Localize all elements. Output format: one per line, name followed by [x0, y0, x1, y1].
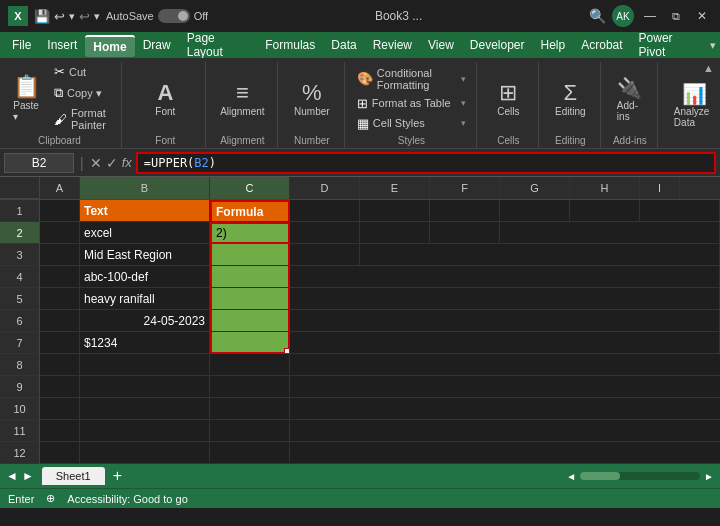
cell-c4[interactable] [210, 266, 290, 288]
cell-styles-button[interactable]: ▦ Cell Styles ▾ [353, 114, 470, 133]
cut-button[interactable]: ✂ Cut [50, 62, 113, 81]
col-header-i[interactable]: I [640, 177, 680, 199]
cell-a1[interactable] [40, 200, 80, 222]
save-icon[interactable]: 💾 [34, 9, 50, 24]
row-header-1[interactable]: 1 [0, 200, 39, 222]
cell-b1[interactable]: Text [80, 200, 210, 222]
menu-developer[interactable]: Developer [462, 35, 533, 55]
font-button[interactable]: A Font [134, 62, 197, 135]
collapse-ribbon-button[interactable]: ▲ [703, 62, 714, 74]
menu-home[interactable]: Home [85, 35, 134, 57]
row-header-10[interactable]: 10 [0, 398, 39, 420]
col-header-f[interactable]: F [430, 177, 500, 199]
add-sheet-button[interactable]: + [113, 467, 122, 485]
cell-i1[interactable] [640, 200, 720, 222]
cell-a7[interactable] [40, 332, 80, 354]
cell-reference-box[interactable] [4, 153, 74, 173]
scroll-bar-right-icon[interactable]: ► [704, 471, 714, 482]
row-header-7[interactable]: 7 [0, 332, 39, 354]
cell-c1[interactable]: Formula [210, 200, 290, 222]
menu-formulas[interactable]: Formulas [257, 35, 323, 55]
analyze-data-button[interactable]: 📊 Analyze Data [668, 62, 720, 148]
col-header-b[interactable]: B [80, 177, 210, 199]
col-header-a[interactable]: A [40, 177, 80, 199]
redo-icon[interactable]: ↩ [79, 9, 90, 24]
cell-d7[interactable] [290, 332, 720, 354]
menu-draw[interactable]: Draw [135, 35, 179, 55]
cell-e1[interactable] [360, 200, 430, 222]
col-header-e[interactable]: E [360, 177, 430, 199]
horizontal-scrollbar-track[interactable] [580, 472, 700, 480]
col-header-d[interactable]: D [290, 177, 360, 199]
cell-e3[interactable] [360, 244, 720, 266]
menu-acrobat[interactable]: Acrobat [573, 35, 630, 55]
user-avatar[interactable]: AK [612, 5, 634, 27]
autosave-toggle[interactable] [158, 9, 190, 23]
cell-c6[interactable] [210, 310, 290, 332]
insert-function-icon[interactable]: fx [122, 155, 132, 170]
menu-insert[interactable]: Insert [39, 35, 85, 55]
row-header-8[interactable]: 8 [0, 354, 39, 376]
cell-b8[interactable] [80, 354, 210, 376]
cell-b5[interactable]: heavy ranifall [80, 288, 210, 310]
menu-file[interactable]: File [4, 35, 39, 55]
search-icon[interactable]: 🔍 [589, 8, 606, 24]
scroll-bar-left-icon[interactable]: ◄ [566, 471, 576, 482]
cell-e2[interactable] [360, 222, 430, 244]
menu-data[interactable]: Data [323, 35, 364, 55]
cell-a8[interactable] [40, 354, 80, 376]
cell-a3[interactable] [40, 244, 80, 266]
cell-c2[interactable]: 2) [210, 222, 290, 244]
col-header-h[interactable]: H [570, 177, 640, 199]
cell-a4[interactable] [40, 266, 80, 288]
cell-d3[interactable] [290, 244, 360, 266]
cell-h1[interactable] [570, 200, 640, 222]
fill-handle[interactable] [284, 348, 290, 354]
row-header-12[interactable]: 12 [0, 442, 39, 464]
cell-d1[interactable] [290, 200, 360, 222]
horizontal-scrollbar-thumb[interactable] [580, 472, 620, 480]
number-button[interactable]: % Number [288, 62, 336, 135]
cell-b4[interactable]: abc-100-def [80, 266, 210, 288]
cell-a2[interactable] [40, 222, 80, 244]
cell-a6[interactable] [40, 310, 80, 332]
cancel-formula-icon[interactable]: ✕ [90, 155, 102, 171]
minimize-button[interactable]: — [640, 6, 660, 26]
col-header-c[interactable]: C [210, 177, 290, 199]
cell-d4[interactable] [290, 266, 720, 288]
cell-g1[interactable] [500, 200, 570, 222]
scroll-left-icon[interactable]: ◄ [6, 469, 18, 483]
cells-button[interactable]: ⊞ Cells [487, 62, 530, 135]
cell-g2[interactable] [500, 222, 720, 244]
conditional-formatting-button[interactable]: 🎨 Conditional Formatting ▾ [353, 65, 470, 93]
row-header-2[interactable]: 2 [0, 222, 39, 244]
cell-b7[interactable]: $1234 [80, 332, 210, 354]
paste-button[interactable]: 📋 Paste ▾ [6, 62, 46, 133]
cell-c8[interactable] [210, 354, 290, 376]
col-header-g[interactable]: G [500, 177, 570, 199]
cell-d5[interactable] [290, 288, 720, 310]
cell-b2[interactable]: excel [80, 222, 210, 244]
cell-c5[interactable] [210, 288, 290, 310]
cell-f2[interactable] [430, 222, 500, 244]
editing-button[interactable]: Σ Editing [549, 62, 592, 135]
cell-c7[interactable] [210, 332, 290, 354]
cell-d6[interactable] [290, 310, 720, 332]
cell-a5[interactable] [40, 288, 80, 310]
menu-help[interactable]: Help [533, 35, 574, 55]
formula-input-box[interactable]: =UPPER(B2) [136, 152, 716, 174]
undo-icon[interactable]: ↩ [54, 9, 65, 24]
cell-rest8[interactable] [290, 354, 720, 376]
cell-b6[interactable]: 24-05-2023 [80, 310, 210, 332]
menu-pagelayout[interactable]: Page Layout [179, 28, 258, 62]
close-button[interactable]: ✕ [692, 6, 712, 26]
more-tabs-icon[interactable]: ▾ [710, 39, 716, 52]
restore-button[interactable]: ⧉ [666, 6, 686, 26]
cell-f1[interactable] [430, 200, 500, 222]
row-header-11[interactable]: 11 [0, 420, 39, 442]
cell-c3[interactable] [210, 244, 290, 266]
format-painter-button[interactable]: 🖌 Format Painter [50, 105, 113, 133]
row-header-9[interactable]: 9 [0, 376, 39, 398]
addins-button[interactable]: 🔌 Add-ins [611, 62, 649, 135]
row-header-6[interactable]: 6 [0, 310, 39, 332]
